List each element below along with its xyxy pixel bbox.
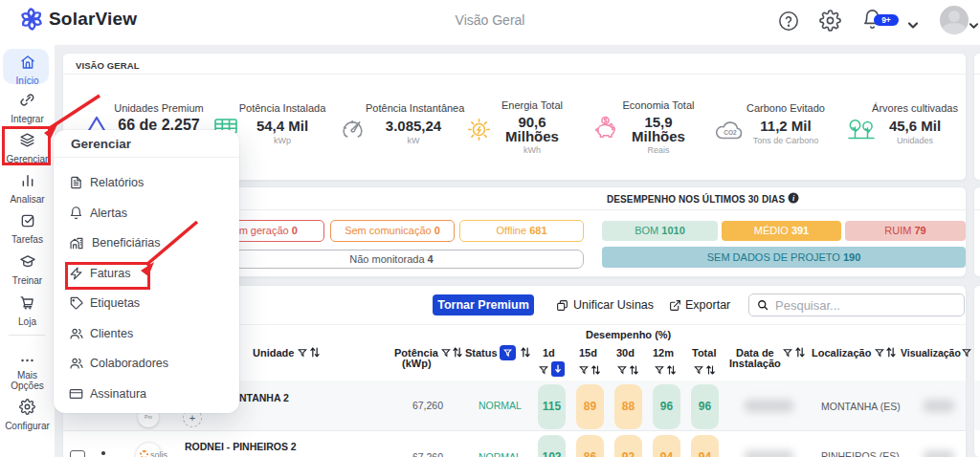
svg-text:CO2: CO2 — [724, 129, 737, 136]
